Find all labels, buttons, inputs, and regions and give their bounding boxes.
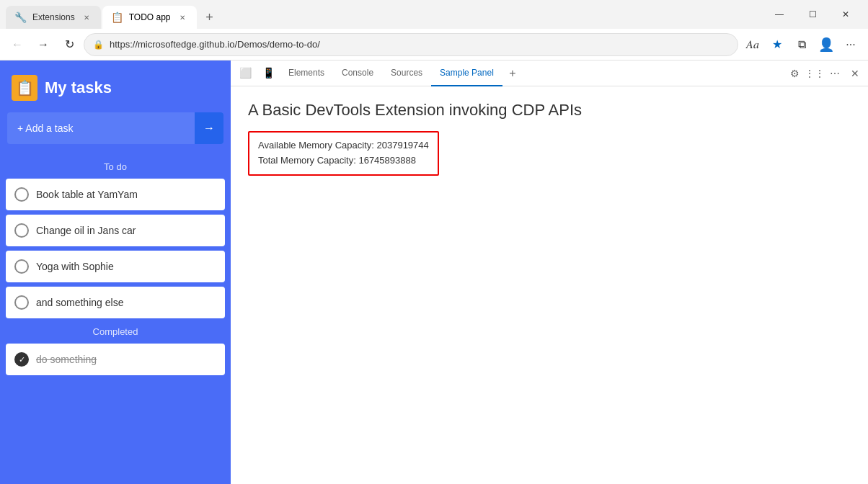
back-button[interactable]: ← [6,33,29,56]
window-controls: — ☐ ✕ [763,3,862,26]
todo-tab-icon: 📋 [111,12,123,23]
close-button[interactable]: ✕ [829,3,862,26]
memory-info-box: Available Memory Capacity: 2037919744 To… [248,131,439,176]
extensions-tab-close[interactable]: ✕ [81,12,92,23]
task-circle [14,259,29,274]
devtools-tabs: ⬜ 📱 Elements Console Sources Sample Pane… [231,60,868,86]
devtools-more-icon[interactable]: ⋯ [825,60,845,86]
tab-elements[interactable]: Elements [280,60,333,86]
add-task-arrow[interactable]: → [195,112,223,144]
main-area: 📋 My tasks + Add a task → To do Book tab… [0,60,868,484]
browser-frame: 🔧 Extensions ✕ 📋 TODO app ✕ + — ☐ ✕ ← → … [0,0,868,484]
forward-button[interactable]: → [32,33,55,56]
address-text: https://microsoftedge.github.io/Demos/de… [110,39,320,50]
maximize-button[interactable]: ☐ [796,3,829,26]
task-text: Change oil in Jans car [36,225,136,236]
extensions-tab-icon: 🔧 [14,12,27,23]
devtools-panel: ⬜ 📱 Elements Console Sources Sample Pane… [231,60,868,484]
task-circle [14,187,29,202]
task-text: Yoga with Sophie [36,261,114,272]
collections-button[interactable]: ⧉ [790,33,813,56]
sidebar-title: My tasks [45,79,112,97]
task-item[interactable]: Change oil in Jans car [6,215,225,246]
refresh-button[interactable]: ↻ [58,33,81,56]
task-text: Book table at YamYam [36,189,138,200]
todo-section-label: To do [0,156,231,176]
task-item[interactable]: Book table at YamYam [6,179,225,210]
devtools-add-tab[interactable]: + [502,60,523,86]
devtools-heading: A Basic DevTools Extension invoking CDP … [248,101,851,120]
add-task-row: + Add a task → [7,112,223,144]
tab-group: 🔧 Extensions ✕ 📋 TODO app ✕ + [6,0,221,29]
tab-sources[interactable]: Sources [382,60,431,86]
devtools-icons-right: ⚙ ⋮⋮ ⋯ ✕ [784,60,865,86]
task-text: and something else [36,297,123,308]
sidebar-header: 📋 My tasks [0,60,231,112]
favorites-button[interactable]: ★ [766,33,789,56]
address-bar[interactable]: 🔒 https://microsoftedge.github.io/Demos/… [84,33,738,56]
completed-section-label: Completed [0,321,231,341]
completed-task-text: do something [36,354,97,365]
completed-task-circle [14,352,29,367]
minimize-button[interactable]: — [763,3,796,26]
sidebar-logo: 📋 [12,75,37,101]
tab-sample-panel[interactable]: Sample Panel [431,60,502,86]
devtools-network-icon[interactable]: ⋮⋮ [805,60,825,86]
todo-tab-label: TODO app [129,12,171,22]
tab-extensions[interactable]: 🔧 Extensions ✕ [6,6,101,29]
profile-button[interactable]: 👤 [815,33,838,56]
task-circle [14,295,29,310]
sidebar: 📋 My tasks + Add a task → To do Book tab… [0,60,231,484]
title-bar: 🔧 Extensions ✕ 📋 TODO app ✕ + — ☐ ✕ [0,0,868,29]
total-memory-label: Total Memory Capacity: 16745893888 [258,153,429,169]
devtools-close-icon[interactable]: ✕ [845,60,865,86]
task-item[interactable]: and something else [6,287,225,318]
tab-todo[interactable]: 📋 TODO app ✕ [102,6,197,29]
nav-icons-right: 𝐴𝑎 ★ ⧉ 👤 ··· [741,33,862,56]
completed-task-item[interactable]: do something [6,344,225,375]
devtools-settings-icon[interactable]: ⚙ [784,60,805,86]
inspect-icon[interactable]: ⬜ [234,60,257,86]
extensions-tab-label: Extensions [32,12,75,22]
available-memory-label: Available Memory Capacity: 2037919744 [258,138,429,153]
task-item[interactable]: Yoga with Sophie [6,251,225,282]
nav-bar: ← → ↻ 🔒 https://microsoftedge.github.io/… [0,29,868,60]
screenshot-icon[interactable]: 📱 [257,60,280,86]
lock-icon: 🔒 [93,40,104,50]
task-circle [14,223,29,238]
new-tab-button[interactable]: + [198,6,221,29]
tab-console[interactable]: Console [333,60,382,86]
add-task-button[interactable]: + Add a task [7,114,195,143]
todo-tab-close[interactable]: ✕ [177,12,188,23]
read-aloud-button[interactable]: 𝐴𝑎 [741,33,764,56]
devtools-content: A Basic DevTools Extension invoking CDP … [231,86,868,484]
settings-button[interactable]: ··· [839,33,862,56]
